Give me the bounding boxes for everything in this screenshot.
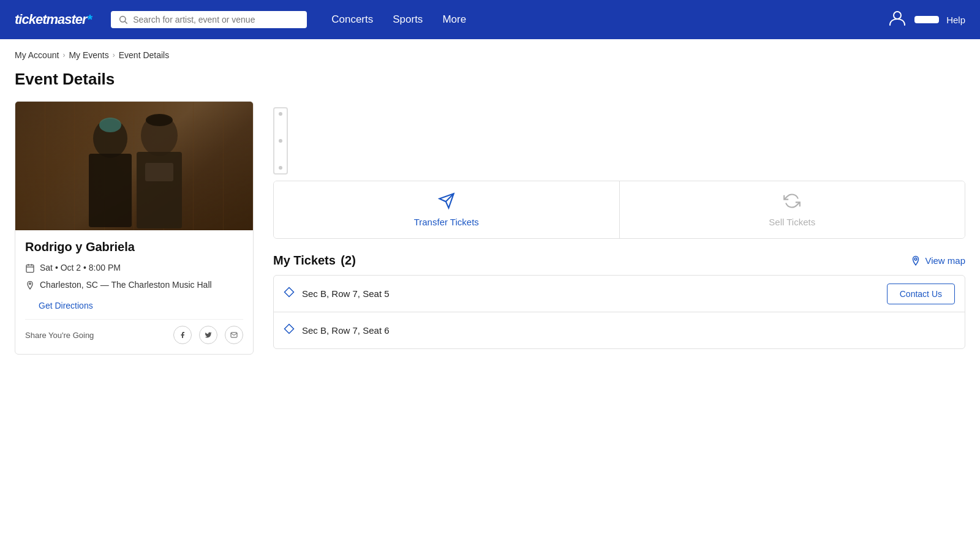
ticket-stub	[273, 107, 288, 175]
svg-point-2	[894, 12, 901, 19]
svg-point-5	[99, 118, 121, 132]
ticket-dot-mid	[279, 139, 282, 143]
svg-point-17	[915, 258, 918, 260]
email-share-button[interactable]	[225, 326, 243, 344]
svg-rect-9	[145, 163, 173, 181]
ticket-row-1: Sec B, Row 7, Seat 5 Contact Us	[274, 276, 965, 312]
svg-line-1	[125, 21, 127, 24]
nav-more[interactable]: More	[442, 13, 466, 26]
search-bar	[111, 11, 307, 28]
twitter-share-button[interactable]	[199, 326, 217, 344]
view-map-label: View map	[925, 255, 965, 266]
location-icon	[25, 280, 35, 292]
event-date: Sat • Oct 2 • 8:00 PM	[40, 263, 121, 272]
nav-concerts[interactable]: Concerts	[331, 13, 373, 26]
svg-rect-10	[26, 265, 34, 272]
ticket-row-2: Sec B, Row 7, Seat 6	[274, 312, 965, 348]
share-label: Share You're Going	[25, 331, 94, 340]
breadcrumb: My Account › My Events › Event Details	[0, 39, 980, 65]
event-meta: Sat • Oct 2 • 8:00 PM Charleston, SC — T…	[25, 263, 243, 292]
main-content: Rodrigo y Gabriela Sat • Oct 2 • 8:00 PM	[0, 101, 980, 355]
ticket-seat-1: Sec B, Row 7, Seat 5	[302, 288, 390, 299]
my-tickets-header: My Tickets (2) View map	[273, 254, 965, 268]
navbar: ticketmaster* Concerts Sports More Help	[0, 0, 980, 39]
transfer-label: Transfer Tickets	[414, 217, 479, 227]
calendar-icon	[25, 263, 35, 275]
ticket-dot-bottom	[279, 166, 282, 170]
event-venue-row: Charleston, SC — The Charleston Music Ha…	[25, 280, 243, 292]
ticket-stub-area	[273, 101, 965, 181]
sell-tickets-button[interactable]: Sell Tickets	[620, 181, 965, 238]
right-panel: Transfer Tickets Sell Tickets My Tickets…	[273, 101, 965, 349]
search-input[interactable]	[133, 15, 292, 24]
contact-us-button[interactable]: Contact Us	[887, 284, 955, 304]
ticket-seat-2: Sec B, Row 7, Seat 6	[302, 325, 390, 336]
event-info: Rodrigo y Gabriela Sat • Oct 2 • 8:00 PM	[15, 230, 253, 354]
ticket-diamond-icon-2	[284, 323, 295, 337]
breadcrumb-sep-2: ›	[113, 51, 115, 59]
breadcrumb-sep-1: ›	[62, 51, 65, 59]
svg-point-8	[146, 114, 173, 126]
nav-links: Concerts Sports More	[331, 13, 873, 26]
svg-point-0	[120, 17, 126, 22]
svg-rect-4	[89, 154, 132, 227]
sell-label: Sell Tickets	[769, 217, 815, 227]
sell-icon	[783, 192, 801, 213]
artist-silhouette	[15, 102, 253, 230]
actions-tab: Transfer Tickets Sell Tickets	[273, 181, 965, 239]
my-tickets-title: My Tickets (2)	[273, 254, 356, 268]
get-directions-link[interactable]: Get Directions	[39, 301, 243, 310]
svg-point-14	[29, 283, 31, 285]
event-venue: Charleston, SC — The Charleston Music Ha…	[40, 280, 212, 290]
facebook-share-button[interactable]	[173, 326, 192, 344]
site-logo[interactable]: ticketmaster*	[15, 12, 91, 28]
transfer-icon	[438, 192, 455, 213]
svg-marker-18	[285, 288, 294, 297]
nav-sports[interactable]: Sports	[393, 13, 423, 26]
nav-right: Help	[888, 8, 965, 32]
event-card: Rodrigo y Gabriela Sat • Oct 2 • 8:00 PM	[15, 101, 254, 355]
svg-marker-19	[285, 325, 294, 334]
view-map-button[interactable]: View map	[910, 255, 965, 266]
transfer-tickets-button[interactable]: Transfer Tickets	[274, 181, 620, 238]
breadcrumb-my-events[interactable]: My Events	[69, 50, 108, 60]
breadcrumb-my-account[interactable]: My Account	[15, 50, 59, 60]
tickets-list: Sec B, Row 7, Seat 5 Contact Us Sec B, R…	[273, 275, 965, 349]
tickets-count: (2)	[341, 254, 355, 267]
sign-in-button[interactable]	[914, 16, 939, 23]
ticket-dot-top	[279, 112, 282, 116]
user-account-icon[interactable]	[888, 8, 907, 32]
ticket-diamond-icon-1	[284, 287, 295, 301]
search-icon	[118, 15, 128, 24]
artist-name: Rodrigo y Gabriela	[25, 240, 243, 254]
tickets-label: My Tickets	[273, 254, 336, 267]
share-icons	[173, 326, 243, 344]
event-image	[15, 102, 253, 230]
event-share: Share You're Going	[25, 319, 243, 344]
page-title: Event Details	[0, 65, 980, 101]
event-date-row: Sat • Oct 2 • 8:00 PM	[25, 263, 243, 275]
help-link[interactable]: Help	[946, 15, 965, 25]
breadcrumb-event-details: Event Details	[119, 50, 169, 60]
